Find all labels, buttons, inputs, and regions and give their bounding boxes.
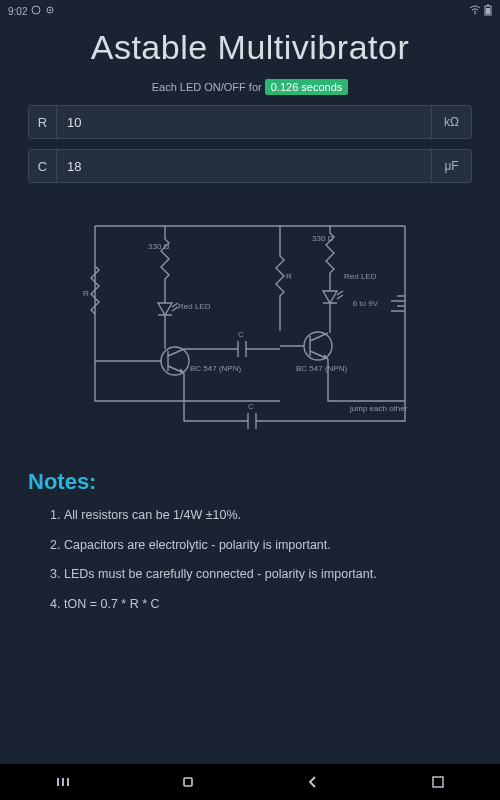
svg-point-16 bbox=[304, 332, 332, 360]
back-button[interactable] bbox=[304, 773, 322, 791]
subtitle: Each LED ON/OFF for 0.126 seconds bbox=[28, 81, 472, 93]
svg-text:330 Ω: 330 Ω bbox=[312, 234, 334, 243]
home-button[interactable] bbox=[179, 773, 197, 791]
list-item: LEDs must be carefully connected - polar… bbox=[64, 566, 472, 584]
r-input-row[interactable]: R 10 kΩ bbox=[28, 105, 472, 139]
notification-icon bbox=[31, 5, 41, 17]
svg-point-10 bbox=[161, 347, 189, 375]
svg-point-2 bbox=[49, 9, 51, 11]
svg-text:R: R bbox=[83, 289, 89, 298]
screenshot-button[interactable] bbox=[429, 773, 447, 791]
svg-point-0 bbox=[32, 6, 40, 14]
main-content: Astable Multivibrator Each LED ON/OFF fo… bbox=[0, 28, 500, 613]
svg-text:Red LED: Red LED bbox=[178, 302, 211, 311]
svg-text:Red LED: Red LED bbox=[344, 272, 377, 281]
list-item: tON = 0.7 * R * C bbox=[64, 596, 472, 614]
svg-text:jump each other: jump each other bbox=[349, 404, 408, 413]
wifi-icon bbox=[469, 5, 481, 17]
r-value[interactable]: 10 bbox=[57, 106, 431, 138]
c-label: C bbox=[29, 150, 57, 182]
svg-text:6 to 9V: 6 to 9V bbox=[353, 299, 379, 308]
r-unit: kΩ bbox=[431, 106, 471, 138]
svg-rect-22 bbox=[433, 777, 443, 787]
c-input-row[interactable]: C 18 μF bbox=[28, 149, 472, 183]
svg-text:R: R bbox=[286, 272, 292, 281]
android-navbar bbox=[0, 764, 500, 800]
c-value[interactable]: 18 bbox=[57, 150, 431, 182]
time-badge: 0.126 seconds bbox=[265, 79, 349, 95]
svg-rect-5 bbox=[487, 5, 489, 7]
notification-icon-2 bbox=[45, 5, 55, 17]
list-item: Capacitors are electrolytic - polarity i… bbox=[64, 537, 472, 555]
recent-apps-button[interactable] bbox=[54, 773, 72, 791]
svg-rect-21 bbox=[184, 778, 192, 786]
status-bar: 9:02 bbox=[0, 0, 500, 22]
svg-point-3 bbox=[474, 13, 476, 15]
page-title: Astable Multivibrator bbox=[28, 28, 472, 67]
r-label: R bbox=[29, 106, 57, 138]
svg-text:BC 547 (NPN): BC 547 (NPN) bbox=[296, 364, 347, 373]
svg-text:330 Ω: 330 Ω bbox=[148, 242, 170, 251]
notes-heading: Notes: bbox=[28, 469, 472, 495]
svg-text:C: C bbox=[248, 402, 254, 411]
battery-icon bbox=[484, 4, 492, 18]
subtitle-prefix: Each LED ON/OFF for bbox=[152, 81, 265, 93]
svg-rect-6 bbox=[486, 8, 490, 14]
notes-list: All resistors can be 1/4W ±10%. Capacito… bbox=[28, 507, 472, 613]
list-item: All resistors can be 1/4W ±10%. bbox=[64, 507, 472, 525]
status-time: 9:02 bbox=[8, 6, 27, 17]
c-unit: μF bbox=[431, 150, 471, 182]
svg-text:BC 547 (NPN): BC 547 (NPN) bbox=[190, 364, 241, 373]
svg-text:C: C bbox=[238, 330, 244, 339]
circuit-diagram: R 330 Ω Red LED BC 547 (NPN) R C 330 Ω bbox=[80, 211, 420, 445]
